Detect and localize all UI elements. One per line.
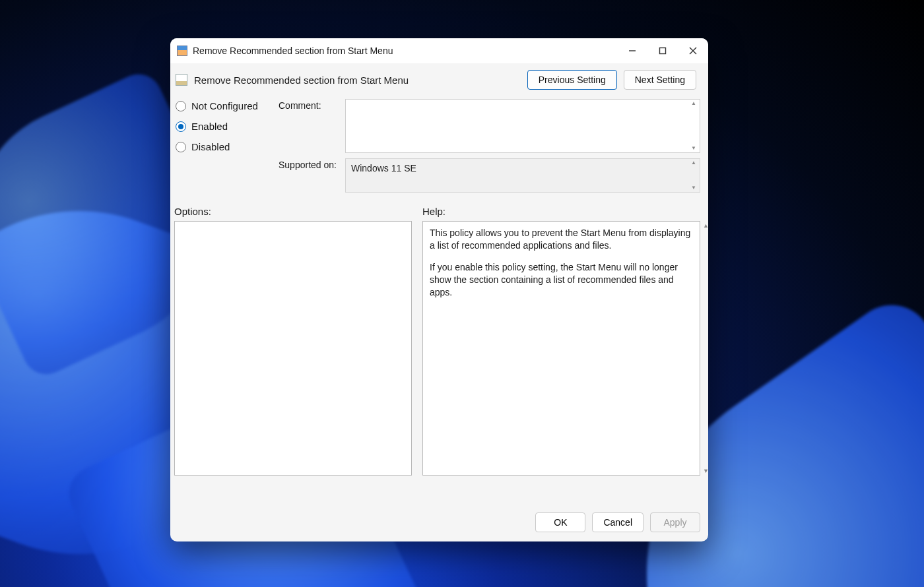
- options-label: Options:: [174, 206, 412, 217]
- help-label: Help:: [422, 206, 700, 217]
- policy-setting-icon: [176, 74, 187, 86]
- next-setting-button[interactable]: Next Setting: [624, 70, 696, 90]
- setting-header: Remove Recommended section from Start Me…: [170, 63, 708, 96]
- radio-label: Enabled: [191, 121, 228, 132]
- titlebar[interactable]: Remove Recommended section from Start Me…: [170, 38, 708, 63]
- previous-setting-button[interactable]: Previous Setting: [527, 70, 617, 90]
- maximize-button[interactable]: [647, 38, 678, 63]
- radio-enabled[interactable]: Enabled: [176, 121, 275, 132]
- scroll-up-icon[interactable]: ▲: [703, 222, 709, 229]
- scroll-down-icon[interactable]: ▼: [689, 185, 698, 191]
- radio-icon: [176, 142, 186, 152]
- policy-dialog-window: Remove Recommended section from Start Me…: [170, 38, 708, 541]
- supported-on-field: Windows 11 SE ▲ ▼: [345, 158, 700, 193]
- help-text: If you enable this policy setting, the S…: [430, 261, 693, 299]
- dialog-footer: OK Cancel Apply: [170, 507, 708, 541]
- scroll-up-icon[interactable]: ▲: [689, 101, 698, 106]
- window-title: Remove Recommended section from Start Me…: [193, 46, 393, 56]
- options-panel[interactable]: [174, 221, 412, 476]
- radio-not-configured[interactable]: Not Configured: [176, 100, 275, 111]
- radio-disabled[interactable]: Disabled: [176, 141, 275, 152]
- cancel-button[interactable]: Cancel: [592, 512, 644, 532]
- svg-rect-1: [660, 48, 666, 54]
- radio-icon: [176, 101, 186, 111]
- scroll-down-icon[interactable]: ▼: [703, 468, 709, 474]
- policy-window-icon: [177, 46, 187, 56]
- ok-button[interactable]: OK: [535, 512, 585, 532]
- scroll-down-icon[interactable]: ▼: [689, 146, 698, 151]
- radio-icon: [176, 121, 186, 132]
- minimize-button[interactable]: [617, 38, 647, 63]
- apply-button[interactable]: Apply: [650, 512, 700, 532]
- supported-on-value: Windows 11 SE: [351, 163, 416, 173]
- state-radio-group: Not Configured Enabled Disabled: [176, 99, 275, 152]
- setting-title: Remove Recommended section from Start Me…: [194, 75, 409, 86]
- supported-on-label: Supported on:: [279, 153, 341, 170]
- help-panel[interactable]: This policy allows you to prevent the St…: [422, 221, 700, 476]
- radio-label: Not Configured: [191, 100, 258, 111]
- comment-textarea[interactable]: ▲ ▼: [345, 99, 700, 153]
- scroll-up-icon[interactable]: ▲: [689, 160, 698, 166]
- help-text: This policy allows you to prevent the St…: [430, 227, 693, 252]
- close-button[interactable]: [678, 38, 708, 63]
- radio-label: Disabled: [191, 141, 230, 152]
- comment-label: Comment:: [279, 99, 341, 111]
